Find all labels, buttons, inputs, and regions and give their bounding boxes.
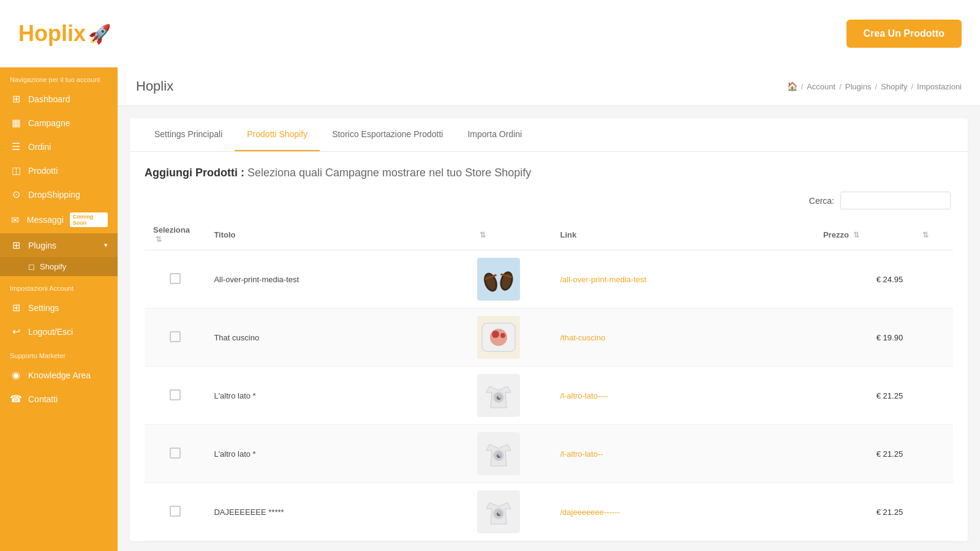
sidebar-label-dashboard: Dashboard: [28, 94, 108, 104]
logo-area: Hoplix 🚀: [18, 21, 111, 47]
breadcrumb-sep-4: /: [911, 82, 913, 91]
row-price-cell: € 24.95: [815, 250, 911, 309]
coming-soon-badge: Coming Soon: [70, 212, 108, 227]
product-thumbnail: ☯: [477, 374, 520, 417]
row-image-cell: ☯: [469, 483, 552, 541]
row-actions-cell: [911, 425, 953, 483]
search-input[interactable]: [840, 192, 951, 209]
product-thumbnail: [477, 316, 520, 359]
home-icon[interactable]: 🏠: [787, 81, 797, 91]
messaggi-icon: ✉: [10, 214, 21, 226]
breadcrumb-shopify[interactable]: Shopify: [881, 82, 907, 91]
sidebar-item-prodotti[interactable]: ◫ Prodotti: [0, 159, 118, 182]
row-title-cell: DAJEEEEEEE *****: [205, 483, 468, 541]
main-layout: Navigazione per il tuo account ⊞ Dashboa…: [0, 67, 980, 551]
col-header-image: ⇅: [469, 219, 552, 250]
sidebar-item-contatti[interactable]: ☎ Contatti: [0, 387, 118, 411]
table-header-row: Seleziona ⇅ Titolo ⇅ Link: [145, 219, 953, 250]
content-card: Settings Principali Prodotti Shopify Sto…: [130, 118, 968, 541]
sidebar-item-logout[interactable]: ↩ Logout/Esci: [0, 320, 118, 343]
tab-importa-ordini[interactable]: Importa Ordini: [455, 118, 534, 151]
row-actions-cell: [911, 309, 953, 367]
sidebar-item-settings[interactable]: ⊞ Settings: [0, 296, 118, 320]
row-title: DAJEEEEEEE *****: [214, 508, 284, 517]
sidebar-item-dashboard[interactable]: ⊞ Dashboard: [0, 87, 118, 111]
row-link[interactable]: /dajeeeeeee------: [560, 508, 620, 517]
row-image-cell: [469, 309, 552, 367]
row-link[interactable]: /that-cuscino: [560, 333, 605, 342]
table-row: All-over-print-media-test /all-over-prin…: [145, 250, 953, 309]
row-image-cell: [469, 250, 552, 309]
sidebar-item-dropshipping[interactable]: ⊙ DropShipping: [0, 182, 118, 206]
row-title-cell: All-over-print-media-test: [205, 250, 468, 309]
row-link[interactable]: /l-altro-lato--: [560, 449, 603, 459]
sort-prezzo-icon[interactable]: ⇅: [853, 231, 859, 239]
tab-settings-principali[interactable]: Settings Principali: [142, 118, 235, 151]
row-title-cell: That cuscino: [205, 309, 468, 367]
svg-point-10: [490, 329, 507, 346]
row-price: € 24.95: [876, 275, 903, 284]
breadcrumb: 🏠 / Account / Plugins / Shopify / Impost…: [787, 81, 962, 91]
sidebar-label-plugins: Plugins: [28, 241, 98, 250]
sort-image-icon[interactable]: ⇅: [480, 231, 486, 239]
row-title: All-over-print-media-test: [214, 275, 299, 284]
sidebar-item-ordini[interactable]: ☰ Ordini: [0, 135, 118, 159]
product-thumbnail: [477, 258, 520, 301]
tab-prodotti-shopify[interactable]: Prodotti Shopify: [235, 118, 320, 151]
row-link[interactable]: /l-altro-lato----: [560, 391, 608, 400]
svg-text:☯: ☯: [496, 394, 501, 401]
logo-text: Hoplix: [18, 21, 86, 47]
sidebar-label-ordini: Ordini: [28, 142, 108, 152]
row-image-cell: ☯: [469, 425, 552, 483]
sidebar-item-shopify[interactable]: ◻ Shopify: [0, 257, 118, 276]
row-checkbox-3[interactable]: [170, 389, 181, 400]
row-link-cell: /dajeeeeeee------: [551, 483, 814, 541]
breadcrumb-impostazioni[interactable]: Impostazioni: [917, 82, 962, 91]
dropshipping-icon: ⊙: [10, 189, 22, 200]
table-row: That cuscino /that-cuscino € 19.90: [145, 309, 953, 367]
svg-point-12: [500, 333, 505, 338]
breadcrumb-sep-1: /: [801, 82, 804, 91]
tabs-bar: Settings Principali Prodotti Shopify Sto…: [130, 118, 968, 152]
row-link-cell: /all-over-print-media-test: [551, 250, 814, 309]
sidebar-label-messaggi: Messaggi: [27, 215, 64, 225]
row-checkbox-4[interactable]: [170, 448, 181, 459]
row-link-cell: /l-altro-lato----: [551, 367, 814, 425]
sidebar-label-prodotti: Prodotti: [28, 166, 108, 176]
nav-section-label: Navigazione per il tuo account: [0, 67, 118, 87]
row-price: € 21.25: [876, 449, 903, 459]
shopify-icon: ◻: [28, 262, 35, 271]
dashboard-icon: ⊞: [10, 93, 22, 105]
row-actions-cell: [911, 250, 953, 309]
content-area: Hoplix 🏠 / Account / Plugins / Shopify /…: [118, 67, 980, 551]
breadcrumb-plugins[interactable]: Plugins: [845, 82, 872, 91]
support-section-label: Supporto Marketer: [0, 343, 118, 363]
sort-seleziona-icon[interactable]: ⇅: [156, 235, 162, 244]
ordini-icon: ☰: [10, 141, 22, 152]
row-price-cell: € 21.25: [815, 367, 911, 425]
breadcrumb-account[interactable]: Account: [807, 82, 835, 91]
row-checkbox-2[interactable]: [170, 331, 181, 342]
tab-storico[interactable]: Storico Esportazione Prodotti: [320, 118, 455, 151]
create-product-button[interactable]: Crea Un Prodotto: [846, 20, 962, 48]
svg-point-11: [492, 331, 499, 338]
row-link[interactable]: /all-over-print-media-test: [560, 275, 646, 284]
sidebar-item-campagne[interactable]: ▦ Campagne: [0, 111, 118, 135]
chevron-down-icon: ▾: [104, 241, 108, 249]
row-price-cell: € 21.25: [815, 425, 911, 483]
campagne-icon: ▦: [10, 117, 22, 129]
row-checkbox-1[interactable]: [170, 273, 181, 284]
row-select-cell: [145, 483, 205, 541]
table-row: DAJEEEEEEE ***** ☯ /dajeeeeeee------ € 2…: [145, 483, 953, 541]
sidebar-item-plugins[interactable]: ⊞ Plugins ▾: [0, 233, 118, 257]
row-actions-cell: [911, 483, 953, 541]
row-title: L'altro lato *: [214, 391, 255, 400]
account-section-label: Impostazioni Account: [0, 276, 118, 296]
page-title: Hoplix: [136, 78, 173, 94]
row-link-cell: /that-cuscino: [551, 309, 814, 367]
row-price-cell: € 19.90: [815, 309, 911, 367]
sidebar-item-knowledge[interactable]: ◉ Knowledge Area: [0, 363, 118, 387]
sidebar-item-messaggi[interactable]: ✉ Messaggi Coming Soon: [0, 206, 118, 233]
sort-actions-icon[interactable]: ⇅: [922, 231, 929, 239]
row-checkbox-5[interactable]: [170, 506, 181, 517]
